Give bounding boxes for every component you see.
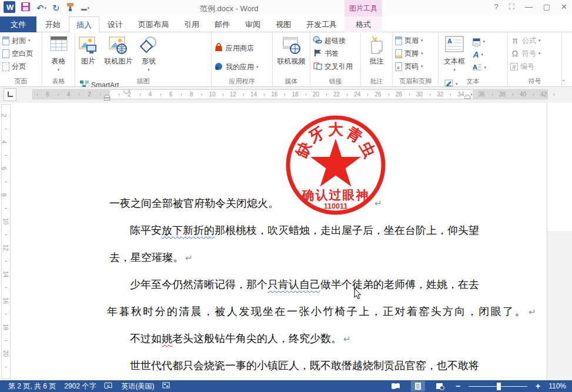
online-video-icon	[282, 35, 302, 55]
ruler-tick	[119, 93, 119, 96]
my-apps-icon	[214, 62, 223, 72]
number-button[interactable]: # 编号	[509, 60, 560, 73]
ruler-number: 10	[2, 218, 9, 225]
zoom-in-button[interactable]: +	[536, 381, 540, 391]
stamp-image[interactable]: 缺牙大青虫 确认过眼神 110011	[283, 113, 388, 217]
zoom-slider[interactable]	[469, 386, 527, 387]
tab-developer[interactable]: 开发工具	[299, 16, 344, 32]
wordart-button[interactable]: A ▾	[471, 48, 487, 61]
scrollbar-track[interactable]	[547, 231, 572, 380]
collapse-ribbon-icon[interactable]: ⌃	[561, 79, 566, 85]
doc-text-line[interactable]: 不过如姚老头这般钻牛角尖的人，终究少数。↵	[130, 331, 351, 346]
doc-text-line[interactable]: 去，星空璀璨。↵	[109, 250, 193, 264]
doc-text-line[interactable]: 少年至今仍然清晰记得，那个只肯认自己做半个徒弟的老师傅，姓姚，在去	[130, 277, 479, 292]
doc-text-line[interactable]: 世世代代都只会烧瓷一事的小镇匠人，既不敢僭越烧制贡品官窑，也不敢将	[130, 359, 479, 373]
tab-file[interactable]: 文件	[0, 16, 36, 32]
minimize-icon[interactable]: —	[525, 2, 533, 12]
format-painter-icon[interactable]	[66, 2, 75, 14]
bookmark-button[interactable]: 书签	[312, 47, 359, 60]
cross-reference-button[interactable]: 交叉引用	[312, 60, 359, 73]
read-mode-icon[interactable]	[389, 381, 403, 391]
language-indicator[interactable]: 英语(美国)	[121, 381, 154, 391]
first-line-indent-marker[interactable]	[123, 89, 130, 95]
tab-view[interactable]: 视图	[268, 16, 299, 32]
doc-text-line[interactable]: 一夜之间全部被官府勒令关闭熄火。	[109, 196, 279, 210]
equation-button[interactable]: π 公式▾	[509, 34, 560, 47]
page-indicator[interactable]: 第 2 页, 共 6 页	[8, 381, 56, 391]
ruler-number: 2	[1, 114, 7, 118]
ruler-tick	[100, 93, 101, 96]
word-count[interactable]: 2902 个字	[64, 381, 96, 391]
print-layout-icon[interactable]	[411, 381, 425, 391]
ruler-tick	[347, 93, 347, 96]
ruler-number: 24	[354, 90, 360, 99]
blank-page-button[interactable]: 空白页	[1, 47, 41, 60]
tab-insert[interactable]: 插入	[69, 16, 99, 33]
group-illustrations: 图片 联机图片 形状▾	[75, 32, 212, 86]
zoom-slider-thumb[interactable]	[497, 383, 501, 390]
proofing-icon[interactable]	[104, 382, 113, 391]
table-icon	[49, 35, 69, 55]
ruler-tick	[243, 93, 244, 96]
page-number-button[interactable]: # 页码▾	[394, 60, 437, 73]
stamp-star	[310, 139, 361, 186]
header-button[interactable]: 页眉▾	[394, 34, 437, 47]
hanging-indent-marker[interactable]	[104, 95, 111, 100]
customize-qat-button[interactable]: ▬▾	[81, 5, 90, 12]
tab-references[interactable]: 引用	[176, 16, 207, 32]
redo-button[interactable]: ↻	[52, 3, 60, 14]
footer-button[interactable]: 页脚▾	[394, 47, 437, 60]
zoom-level[interactable]: 110%	[548, 382, 566, 390]
my-apps-button[interactable]: 我的应用▾	[213, 59, 271, 75]
page-break-icon	[2, 62, 9, 71]
window-controls: ? ⛶ — ▢ ✕	[494, 2, 567, 12]
tab-format[interactable]: 格式	[344, 16, 382, 32]
table-button[interactable]: 表格▾	[47, 34, 71, 76]
maximize-icon[interactable]: ▢	[543, 2, 550, 12]
doc-text-line[interactable]: 陈平安放下新折的那根桃枝，吹灭蜡烛，走出屋子后，坐在台阶上，仰头望	[130, 223, 479, 237]
doc-text-line[interactable]: 年暮秋时分的清晨，被人发现坐在一张小竹椅子上，正对着窑头方向，闭眼了。↵	[107, 304, 537, 319]
spellcheck-text: 姚	[162, 333, 172, 344]
ruler-tick	[37, 93, 38, 96]
group-apps: 应用商店 我的应用▾ 应用程序	[212, 32, 273, 86]
tab-mailings[interactable]: 邮件	[207, 16, 238, 32]
symbol-button[interactable]: Ω 符号▾	[509, 47, 560, 60]
tab-home[interactable]: 开始	[38, 16, 68, 32]
pictures-button[interactable]: 图片	[76, 34, 100, 76]
hyperlink-button[interactable]: 超链接	[312, 34, 359, 47]
save-button[interactable]	[21, 2, 31, 14]
ruler-tick	[5, 287, 7, 288]
zoom-out-button[interactable]: −	[456, 381, 460, 391]
undo-button[interactable]: ↶▾	[36, 3, 46, 14]
quick-parts-button[interactable]: ▾	[471, 35, 487, 48]
stamp-line2: 110011	[324, 202, 347, 210]
cover-page-button[interactable]: 封面▾	[1, 34, 41, 47]
online-pictures-button[interactable]: 联机图片	[102, 34, 134, 76]
help-icon[interactable]: ?	[494, 2, 498, 12]
page-number-icon: #	[395, 62, 402, 71]
web-layout-icon[interactable]	[433, 381, 447, 391]
tab-design[interactable]: 设计	[100, 16, 131, 32]
stamp-arc-char: 大	[328, 120, 344, 138]
close-icon[interactable]: ✕	[561, 2, 567, 12]
paragraph-mark: ↵	[374, 198, 382, 209]
word-logo-icon[interactable]: W	[4, 1, 15, 15]
app-store-button[interactable]: 应用商店	[213, 41, 271, 56]
text-box-button[interactable]: A 文本框▾	[440, 34, 469, 76]
ribbon-display-options-icon[interactable]: ⛶	[509, 2, 514, 12]
tab-selector[interactable]	[4, 88, 16, 101]
ruler-number: 4	[1, 140, 7, 144]
drop-cap-button[interactable]: A ▾	[471, 61, 487, 74]
tab-page-layout[interactable]: 页面布局	[131, 16, 176, 32]
document-area[interactable]: 2468101214161820 缺牙大青虫 确认过眼神 110011 ↵ 一夜…	[0, 103, 572, 380]
vertical-ruler[interactable]: 2468101214161820	[1, 104, 11, 379]
macro-icon[interactable]	[162, 382, 170, 390]
ruler-tick	[450, 93, 451, 96]
comment-button[interactable]: 批注	[365, 34, 389, 76]
shapes-button[interactable]: 形状▾	[137, 34, 160, 76]
page-break-button[interactable]: 分页	[1, 60, 41, 73]
online-video-button[interactable]: 联机视频	[276, 34, 307, 76]
right-indent-marker[interactable]	[464, 95, 471, 99]
horizontal-ruler[interactable]: 6422468101214161820222426283032343638404…	[32, 89, 548, 99]
tab-review[interactable]: 审阅	[238, 16, 268, 32]
